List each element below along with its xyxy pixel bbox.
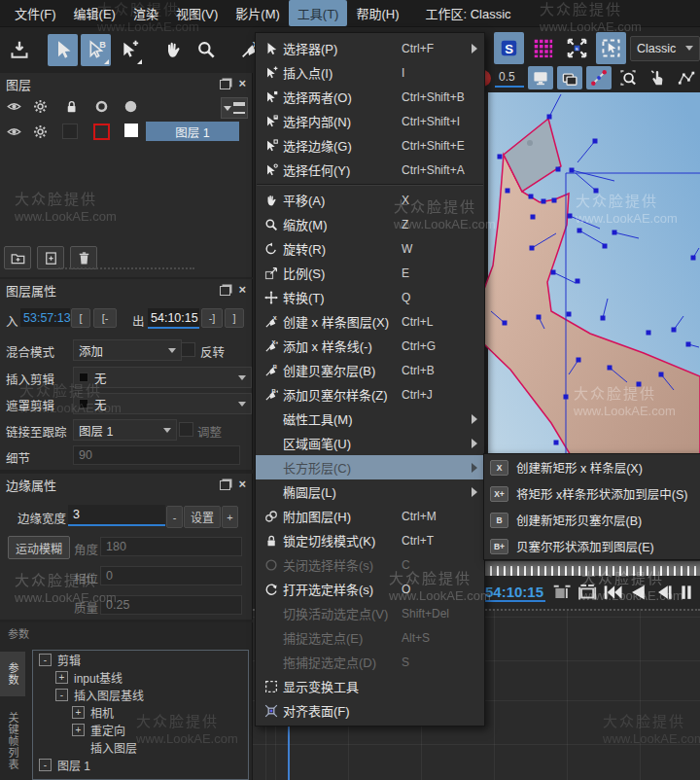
stabilize-s-tool-button[interactable]: S [494, 32, 524, 64]
layer-fill-color-swatch[interactable] [124, 124, 138, 137]
tree-row[interactable]: +input基线 [33, 668, 248, 686]
hand-tool-button[interactable] [158, 34, 188, 66]
menubar-item[interactable]: 文件(F) [6, 0, 65, 26]
menu-item[interactable]: X创建 x 样条图层(X)Ctrl+L [256, 309, 484, 334]
zoom-rect-tool-button[interactable] [615, 66, 641, 89]
blend-mode-dropdown[interactable]: 添加 [73, 339, 182, 361]
tree-row[interactable]: +相机 [33, 703, 248, 721]
layer-name[interactable]: 图层 1 [146, 122, 239, 141]
matte-clip-dropdown[interactable]: 无 [73, 393, 252, 414]
submenu-item[interactable]: B创建新矩形贝塞尔层(B) [484, 507, 700, 533]
edge-width-minus-button[interactable]: - [166, 506, 183, 528]
spline-points-tool-button[interactable] [674, 66, 699, 89]
menu-item[interactable]: 关闭选择样条(s)C [256, 552, 484, 577]
menu-item[interactable]: 区域画笔(U) [256, 431, 484, 455]
spline-control-point[interactable] [594, 189, 599, 194]
trim-in-button[interactable]: [- [93, 308, 117, 328]
spline-control-point[interactable] [537, 315, 542, 320]
menu-item[interactable]: 转换(T)Q [256, 285, 484, 309]
float-panel-icon[interactable] [220, 480, 230, 490]
tree-row[interactable]: -图层 1 [33, 756, 248, 773]
edge-width-plus-button[interactable]: + [222, 506, 238, 528]
menu-item[interactable]: 缩放(M)Z [256, 212, 484, 236]
spline-control-point[interactable] [530, 246, 535, 251]
float-panel-icon[interactable] [220, 80, 230, 89]
cursor-tool-button[interactable] [48, 34, 78, 66]
spline-control-point[interactable] [601, 316, 606, 321]
menu-item[interactable]: 打开选定样条(s)O [256, 577, 484, 601]
menu-item[interactable]: 附加图层(H)Ctrl+M [256, 504, 484, 528]
spline-control-point[interactable] [542, 199, 546, 204]
tree-row[interactable]: 插入图层 [33, 738, 248, 756]
close-panel-icon[interactable]: × [238, 479, 246, 489]
set-out-button[interactable]: ] [225, 308, 244, 328]
expand-s-tool-button[interactable]: s [562, 32, 592, 64]
trim-in-button[interactable] [552, 583, 572, 602]
current-timecode[interactable]: 54:10:15 [483, 584, 545, 602]
workspace-preset-dropdown[interactable]: Classic [630, 36, 700, 61]
edge-width-set-button[interactable]: 设置 [184, 506, 221, 528]
menu-item[interactable]: 比例(S)E [256, 261, 484, 285]
import-tool-button[interactable] [4, 34, 34, 66]
ring-icon[interactable] [94, 99, 109, 114]
spline-control-point[interactable] [686, 342, 691, 347]
menubar-item[interactable]: 工具(T) [289, 0, 348, 26]
eye-icon[interactable] [7, 124, 21, 139]
spline-control-point[interactable] [659, 372, 664, 377]
tree-row[interactable]: +重定向 [33, 721, 248, 738]
layer-outline-color-swatch[interactable] [93, 124, 110, 140]
menu-item[interactable]: 选择边缘(G)Ctrl+Shift+E [256, 133, 484, 158]
menu-item[interactable]: 显示变换工具 [256, 674, 484, 698]
menu-item[interactable]: 插入点(I)I [256, 60, 484, 85]
collapse-toggle-icon[interactable]: - [39, 654, 52, 666]
menubar-item[interactable]: 视图(V) [167, 0, 227, 26]
spline-control-point[interactable] [672, 328, 677, 333]
close-panel-icon[interactable]: × [238, 79, 246, 89]
collapse-toggle-icon[interactable]: - [55, 689, 68, 701]
side-tab-parameters[interactable]: 参数 [0, 652, 25, 696]
spline-control-point[interactable] [603, 244, 608, 249]
submenu-item[interactable]: X+将矩形 x样条形状添加到层中(S) [484, 480, 700, 507]
menu-item[interactable]: 选择内部(N)Ctrl+Shift+I [256, 109, 484, 133]
trim-range-button[interactable] [578, 583, 597, 602]
menubar-item[interactable]: 渲染 [124, 0, 167, 26]
cursor-b-tool-button[interactable]: B [81, 34, 111, 66]
set-in-button[interactable]: [ [71, 308, 90, 328]
menu-item[interactable]: 长方形层(C) [256, 455, 484, 479]
motion-blur-button[interactable]: 运动模糊 [8, 536, 70, 559]
spline-control-point[interactable] [531, 215, 536, 220]
submenu-item[interactable]: X创建新矩形 x 样条层(X) [484, 454, 700, 480]
eye-icon[interactable] [7, 99, 21, 114]
tree-row[interactable]: -插入图层基线 [33, 686, 248, 703]
spline-control-point[interactable] [593, 139, 598, 144]
menubar-item[interactable]: 帮助(H) [347, 0, 407, 26]
spline-control-point[interactable] [578, 229, 582, 233]
expand-toggle-icon[interactable]: + [55, 671, 68, 684]
file-plus-button[interactable] [37, 246, 64, 269]
spline-control-point[interactable] [506, 189, 510, 194]
monitor-tool-button[interactable] [528, 66, 553, 89]
insert-clip-dropdown[interactable]: 无 [73, 367, 252, 388]
gear-icon[interactable] [33, 99, 48, 114]
menu-item[interactable]: X+添加 x 样条线(-)Ctrl+G [256, 334, 484, 358]
menu-item[interactable]: 切换活动选定点(V)Shift+Del [256, 601, 484, 625]
menu-item[interactable]: 对齐表面(F) [256, 698, 484, 723]
spline-control-point[interactable] [551, 270, 556, 275]
spline-control-point[interactable] [554, 441, 559, 445]
menubar-item[interactable]: 影片(M) [227, 0, 289, 26]
close-panel-icon[interactable]: × [238, 285, 246, 295]
rewind-start-button[interactable] [603, 583, 622, 602]
menubar-item[interactable]: 编辑(E) [65, 0, 124, 26]
edge-width-input[interactable]: 3 [68, 505, 165, 526]
grid-magenta-tool-button[interactable] [528, 32, 558, 64]
magnifier-tool-button[interactable] [191, 34, 221, 66]
menu-item[interactable]: 选择器(P)Ctrl+F [256, 36, 484, 60]
spline-control-point[interactable] [564, 395, 569, 400]
lock-icon[interactable] [64, 99, 79, 114]
layer-checkbox[interactable] [62, 124, 78, 139]
spline-control-point[interactable] [647, 331, 651, 336]
in-point-value[interactable]: 53:57:13 [20, 308, 70, 327]
collapse-toggle-icon[interactable]: - [39, 759, 52, 771]
layer-row[interactable]: 图层 1 [0, 120, 252, 145]
quality-input[interactable]: 0.25 [100, 595, 242, 615]
